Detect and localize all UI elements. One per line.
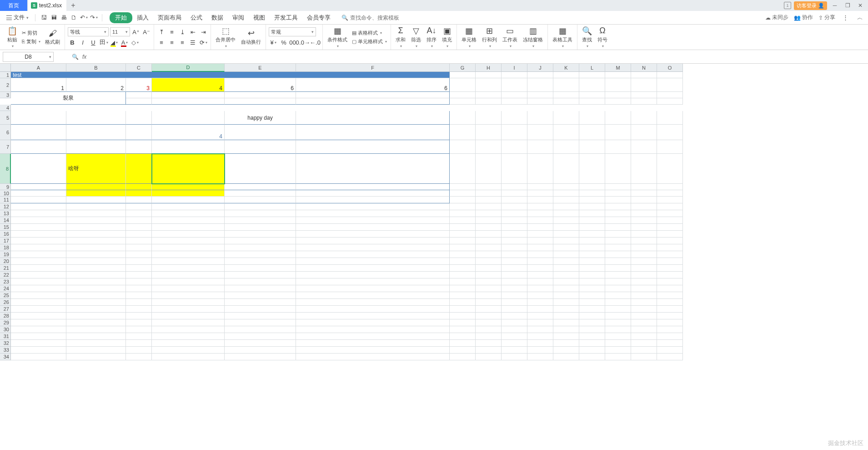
decrease-font-icon[interactable]: A⁻	[142, 27, 151, 36]
cell-I32[interactable]	[502, 340, 527, 347]
cell-C8[interactable]	[126, 154, 152, 184]
cell-H32[interactable]	[476, 340, 502, 347]
row-header-24[interactable]: 24	[0, 285, 11, 292]
cell-A7[interactable]	[11, 140, 66, 154]
cell-J15[interactable]	[527, 224, 553, 231]
cell-O24[interactable]	[657, 285, 683, 292]
cell-G13[interactable]	[450, 210, 476, 217]
col-header-A[interactable]: A	[11, 64, 66, 72]
cell-G30[interactable]	[450, 326, 476, 333]
cell-D28[interactable]	[152, 313, 225, 319]
cell-N15[interactable]	[631, 224, 657, 231]
cell-G29[interactable]	[450, 319, 476, 326]
cell-L27[interactable]	[579, 306, 605, 313]
row-header-3[interactable]: 3	[0, 92, 11, 98]
cell-B31[interactable]	[66, 333, 126, 340]
cell-N7[interactable]	[631, 140, 657, 154]
cell-N19[interactable]	[631, 251, 657, 258]
cell-B25[interactable]	[66, 292, 126, 299]
cell-H14[interactable]	[476, 217, 502, 224]
cell-E18[interactable]	[225, 244, 296, 251]
decimal-decrease-icon[interactable]: ←.0	[311, 38, 320, 47]
cell-I15[interactable]	[502, 224, 527, 231]
rowcol-button[interactable]: ⊞行和列	[480, 26, 499, 48]
cell-K6[interactable]	[553, 125, 579, 140]
cell-F6[interactable]	[296, 125, 450, 140]
col-header-L[interactable]: L	[579, 64, 605, 72]
file-menu-button[interactable]: 文件 ▾	[4, 14, 31, 21]
cell-H18[interactable]	[476, 244, 502, 251]
cell-L28[interactable]	[579, 313, 605, 319]
cell-H21[interactable]	[476, 265, 502, 272]
cell-H28[interactable]	[476, 313, 502, 319]
tab-file-active[interactable]: S test2.xlsx	[28, 0, 66, 11]
cell-H25[interactable]	[476, 292, 502, 299]
sheet-button[interactable]: ▭工作表	[501, 26, 519, 48]
cell-M12[interactable]	[605, 203, 631, 210]
cell-J17[interactable]	[527, 238, 553, 244]
cell-E28[interactable]	[225, 313, 296, 319]
cell-J26[interactable]	[527, 299, 553, 306]
cell-N6[interactable]	[631, 125, 657, 140]
cell-L18[interactable]	[579, 244, 605, 251]
cell-K13[interactable]	[553, 210, 579, 217]
align-bottom-icon[interactable]: ⤓	[178, 27, 187, 36]
cell-O26[interactable]	[657, 299, 683, 306]
cell-N33[interactable]	[631, 347, 657, 354]
cell-O3[interactable]	[657, 92, 683, 98]
cell-G9[interactable]	[450, 184, 476, 190]
cell-C21[interactable]	[126, 265, 152, 272]
cell-I34[interactable]	[502, 354, 527, 360]
cell-N2[interactable]	[631, 78, 657, 92]
cell-D33[interactable]	[152, 347, 225, 354]
cell-G4[interactable]	[450, 98, 476, 105]
cell-C18[interactable]	[126, 244, 152, 251]
cell-C24[interactable]	[126, 285, 152, 292]
cell-A23[interactable]	[11, 278, 66, 285]
cell-C22[interactable]	[126, 272, 152, 278]
cell-N4[interactable]	[631, 98, 657, 105]
cell-D29[interactable]	[152, 319, 225, 326]
table-style-button[interactable]: ▤表格样式	[351, 29, 388, 37]
print-icon[interactable]: 🖶	[59, 13, 68, 22]
cell-D4[interactable]	[152, 98, 225, 105]
cell-L21[interactable]	[579, 265, 605, 272]
cell-E3[interactable]	[225, 92, 296, 98]
cell-K24[interactable]	[553, 285, 579, 292]
cell-F21[interactable]	[296, 265, 450, 272]
cell-K32[interactable]	[553, 340, 579, 347]
cell-D7[interactable]	[152, 140, 225, 154]
row-header-25[interactable]: 25	[0, 292, 11, 299]
decimal-increase-icon[interactable]: .0→	[300, 38, 309, 47]
cell-H29[interactable]	[476, 319, 502, 326]
cell-K23[interactable]	[553, 278, 579, 285]
col-header-C[interactable]: C	[126, 64, 152, 72]
cell-N27[interactable]	[631, 306, 657, 313]
print-preview-icon[interactable]: 🗋	[69, 13, 78, 22]
cell-I5[interactable]	[502, 111, 527, 125]
cell-G5[interactable]	[450, 111, 476, 125]
cell-O7[interactable]	[657, 140, 683, 154]
cell-D12[interactable]	[152, 203, 225, 210]
cell-G14[interactable]	[450, 217, 476, 224]
cell-K28[interactable]	[553, 313, 579, 319]
cell-L33[interactable]	[579, 347, 605, 354]
cell-K21[interactable]	[553, 265, 579, 272]
cell-C14[interactable]	[126, 217, 152, 224]
cell-K10[interactable]	[553, 190, 579, 197]
cell-D22[interactable]	[152, 272, 225, 278]
more-icon[interactable]: ⋮	[841, 13, 850, 22]
cell-J11[interactable]	[527, 197, 553, 203]
cell-N20[interactable]	[631, 258, 657, 265]
cell-J19[interactable]	[527, 251, 553, 258]
cell-G11[interactable]	[450, 197, 476, 203]
cell-E12[interactable]	[225, 203, 296, 210]
cell-J24[interactable]	[527, 285, 553, 292]
cell-D16[interactable]	[152, 231, 225, 238]
cell-F15[interactable]	[296, 224, 450, 231]
cell-I4[interactable]	[502, 98, 527, 105]
cell-B20[interactable]	[66, 258, 126, 265]
freeze-button[interactable]: ▥冻结窗格	[521, 26, 545, 48]
cell-M11[interactable]	[605, 197, 631, 203]
cell-J13[interactable]	[527, 210, 553, 217]
